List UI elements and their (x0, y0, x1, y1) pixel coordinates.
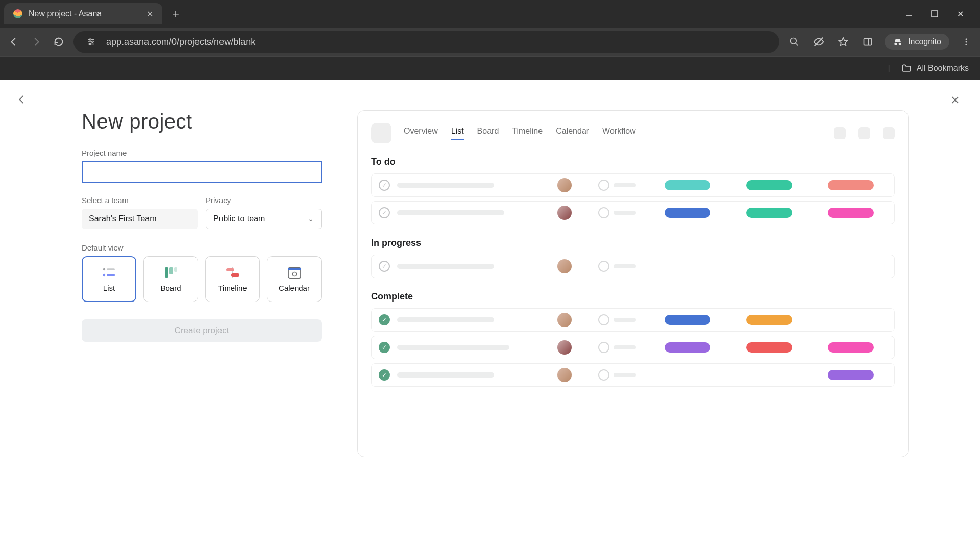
svg-point-8 (791, 38, 797, 44)
bookmarks-bar: | All Bookmarks (0, 56, 980, 80)
chevron-down-icon: ⌄ (308, 215, 314, 223)
task-check-done-icon[interactable]: ✓ (379, 369, 390, 381)
preview-tab-board[interactable]: Board (477, 127, 499, 140)
calendar-outline-icon (598, 342, 609, 353)
svg-line-9 (796, 43, 798, 46)
kebab-menu-icon[interactable] (959, 34, 974, 49)
svg-rect-23 (174, 267, 177, 272)
calendar-outline-icon (598, 314, 609, 325)
avatar (557, 259, 572, 273)
all-bookmarks-button[interactable]: All Bookmarks (917, 64, 969, 73)
privacy-select[interactable]: Public to team ⌄ (206, 209, 322, 229)
project-name-input[interactable] (82, 161, 322, 183)
avatar (557, 313, 572, 327)
task-check-icon[interactable]: ✓ (379, 207, 390, 218)
view-option-list[interactable]: List (82, 256, 136, 302)
page-back-button[interactable] (16, 94, 28, 105)
view-option-timeline[interactable]: Timeline (205, 256, 260, 302)
list-view-icon (102, 266, 117, 279)
calendar-outline-icon (598, 261, 609, 272)
search-icon[interactable] (787, 34, 802, 49)
tag-pill (746, 261, 792, 271)
task-check-icon[interactable]: ✓ (379, 180, 390, 191)
incognito-label: Incognito (908, 37, 941, 46)
asana-favicon (13, 9, 22, 18)
svg-rect-1 (932, 11, 938, 17)
star-icon[interactable] (836, 34, 851, 49)
window-close-icon[interactable]: ✕ (954, 8, 966, 19)
tag-pill (665, 315, 710, 325)
new-project-form: New project Project name Select a team S… (82, 110, 322, 457)
project-preview: Overview List Board Timeline Calendar Wo… (357, 110, 909, 457)
task-row[interactable]: ✓ (371, 201, 895, 224)
preview-toolbar-placeholder (883, 127, 895, 139)
view-option-board[interactable]: Board (143, 256, 198, 302)
address-bar: app.asana.com/0/projects/new/blank Incog… (0, 28, 980, 56)
timeline-view-icon (225, 266, 240, 279)
board-view-icon (163, 266, 179, 279)
svg-rect-18 (107, 268, 115, 270)
back-icon[interactable] (6, 34, 21, 49)
new-tab-button[interactable]: ＋ (167, 6, 184, 22)
task-row[interactable]: ✓ (371, 173, 895, 197)
team-value: Sarah's First Team (89, 214, 157, 223)
url-box[interactable]: app.asana.com/0/projects/new/blank (74, 31, 779, 53)
maximize-icon[interactable] (929, 8, 940, 19)
view-option-list-label: List (103, 284, 115, 292)
forward-icon[interactable] (29, 34, 44, 49)
calendar-outline-icon (598, 369, 609, 381)
preview-tab-overview[interactable]: Overview (404, 127, 438, 140)
task-row[interactable]: ✓ (371, 255, 895, 278)
preview-tab-timeline[interactable]: Timeline (512, 127, 543, 140)
tag-pill (828, 180, 874, 190)
privacy-value: Public to team (213, 214, 265, 223)
svg-rect-21 (165, 267, 168, 278)
page-close-button[interactable]: ✕ (950, 94, 960, 107)
due-date-placeholder (598, 261, 659, 272)
task-check-done-icon[interactable]: ✓ (379, 314, 390, 325)
svg-rect-26 (231, 273, 239, 277)
default-view-label: Default view (82, 243, 322, 252)
incognito-badge[interactable]: Incognito (885, 34, 949, 50)
page-title: New project (82, 110, 322, 133)
view-option-calendar[interactable]: Calendar (267, 256, 322, 302)
reload-icon[interactable] (51, 34, 66, 49)
tab-strip: New project - Asana ✕ ＋ ✕ (0, 0, 980, 28)
task-row[interactable]: ✓ (371, 336, 895, 359)
calendar-outline-icon (598, 180, 609, 191)
create-project-button[interactable]: Create project (82, 319, 322, 342)
svg-point-19 (103, 273, 105, 276)
folder-icon (901, 63, 912, 73)
svg-point-29 (292, 272, 296, 276)
tag-pill (828, 315, 874, 325)
site-settings-icon[interactable] (84, 34, 99, 49)
team-select[interactable]: Sarah's First Team (82, 209, 198, 229)
task-name-placeholder (397, 317, 494, 322)
window-controls: ✕ (903, 8, 976, 19)
avatar (557, 206, 572, 220)
tag-pill (746, 342, 792, 353)
tab-close-icon[interactable]: ✕ (146, 9, 153, 19)
view-option-board-label: Board (161, 284, 181, 292)
task-row[interactable]: ✓ (371, 308, 895, 332)
task-row[interactable]: ✓ (371, 363, 895, 387)
browser-tab[interactable]: New project - Asana ✕ (4, 3, 162, 24)
task-name-placeholder (397, 183, 494, 188)
tag-pill (665, 180, 710, 190)
task-name-placeholder (397, 210, 504, 215)
due-date-placeholder (598, 342, 659, 353)
minimize-icon[interactable] (903, 8, 915, 19)
tag-pill (665, 208, 710, 218)
task-check-icon[interactable]: ✓ (379, 261, 390, 272)
preview-tab-workflow[interactable]: Workflow (602, 127, 636, 140)
preview-tab-list[interactable]: List (451, 127, 464, 140)
preview-project-icon-placeholder (371, 123, 391, 143)
sidepanel-icon[interactable] (860, 34, 875, 49)
section-inprogress-title: In progress (371, 238, 895, 248)
avatar (557, 368, 572, 382)
task-check-done-icon[interactable]: ✓ (379, 342, 390, 353)
preview-tab-calendar[interactable]: Calendar (556, 127, 589, 140)
eye-off-icon[interactable] (811, 34, 826, 49)
tag-pill (665, 342, 710, 353)
task-name-placeholder (397, 264, 494, 269)
